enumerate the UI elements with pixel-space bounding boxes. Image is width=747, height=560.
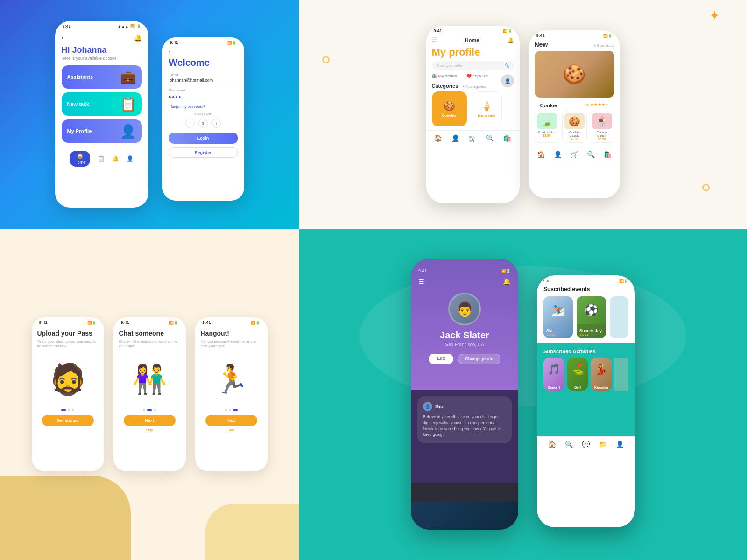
activity-concert[interactable]: 🎵 Concert — [543, 358, 564, 391]
task-figure: 📋 — [120, 97, 136, 112]
shop-count: + 9 products — [593, 43, 614, 48]
onboard3-title: Hangout! — [201, 329, 262, 337]
pnav-cart[interactable]: 🛒 — [469, 134, 477, 142]
tasks-icon: 📋 — [98, 155, 105, 162]
shop-pnav-home[interactable]: 🏠 — [537, 151, 545, 158]
main-app-phone: 9:41 ▲▲▲ 📶 🔋 ‹ 🔔 Hi Johanna Here is your… — [55, 21, 148, 208]
edit-button[interactable]: Edit — [429, 354, 453, 364]
enav-profile[interactable]: 👤 — [616, 441, 624, 448]
shop-pnav-search[interactable]: 🔍 — [587, 151, 595, 158]
password-field-container: Password •••• — [169, 88, 238, 101]
events-body: 9:41 📶🔋 Suscribed events ⛷️ Ski ★★★★ — [537, 275, 635, 527]
twitter-login-btn[interactable]: t — [211, 119, 221, 128]
pnav-user[interactable]: 👤 — [451, 134, 459, 142]
menu-card-profile[interactable]: My Profile 👤 — [62, 119, 142, 143]
soccer-label: Soccer day ★★★★ — [577, 327, 606, 338]
pnav-bag[interactable]: 🛍️ — [503, 134, 511, 142]
menu-card-task[interactable]: New task 📋 — [62, 92, 142, 116]
dark-bell-icon[interactable]: 🔔 — [503, 278, 511, 285]
enav-home[interactable]: 🏠 — [548, 441, 556, 448]
dark-avatar: 👨 — [448, 293, 481, 325]
nav-notifications[interactable]: 🔔 — [112, 155, 119, 162]
cat-ice-cream[interactable]: 🍦 Ice cream — [472, 91, 502, 126]
back-arrow-icon[interactable]: ‹ — [62, 35, 63, 41]
activities-title: Subscribed Activities — [543, 349, 628, 354]
enav-search[interactable]: 🔍 — [565, 441, 573, 448]
events-bottom-nav: 🏠 🔍 💬 📁 👤 — [537, 436, 635, 452]
product-price-mint: $3.99 — [537, 134, 557, 137]
status-bar: 9:41 ▲▲▲ 📶 🔋 — [55, 21, 148, 29]
concert-label: Concert — [543, 385, 564, 391]
tab-my-wish[interactable]: ❤️ My wish — [466, 74, 488, 78]
pnav-search[interactable]: 🔍 — [486, 134, 494, 142]
activity-golf[interactable]: ⛳ Golf — [567, 358, 588, 391]
shop-status-icons: 📶🔋 — [603, 34, 613, 38]
nav-tasks[interactable]: 📋 — [98, 155, 105, 162]
next-button-2[interactable]: Next — [124, 415, 176, 426]
onboard-phone-1: 9:41 📶🔋 Upload your Pass To start you mu… — [32, 317, 104, 471]
assistants-label: Assistants — [67, 74, 93, 80]
event-card-soccer[interactable]: ⚽ Soccer day ★★★★ — [577, 296, 606, 338]
wish-label: My wish — [473, 74, 488, 78]
profile-bell-icon[interactable]: 🔔 — [507, 37, 514, 43]
product-cookie-mint[interactable]: 🍃 Cookie Mint $3.99 — [535, 111, 559, 143]
kizomba-label: Kizomba — [591, 385, 612, 391]
facebook-login-btn[interactable]: f — [185, 119, 195, 128]
nav-home[interactable]: 🏠 Home — [70, 151, 90, 167]
tab-my-orders[interactable]: 🛍️ My orders — [432, 74, 457, 78]
onboard-phone-3: 9:41 📶🔋 Hangout! You can personally meet… — [195, 317, 268, 471]
dot-3c — [233, 409, 238, 411]
icecream-label: Ice cream — [478, 113, 495, 118]
login-phone-body: ‹ Welcome Email johannah@hotmail.com Pas… — [162, 46, 244, 161]
login-back-arrow[interactable]: ‹ — [169, 49, 238, 55]
bell-icon[interactable]: 🔔 — [134, 34, 142, 42]
soccer-image: ⚽ — [577, 296, 606, 324]
onboard1-time: 9:41 — [39, 320, 48, 325]
ski-label: Ski ★★★★ — [543, 327, 573, 338]
product-cookie-cream[interactable]: 🍨 Cookie cream $5.99 — [590, 111, 614, 143]
nav-profile-bottom[interactable]: 👤 — [127, 155, 134, 162]
register-button[interactable]: Register — [169, 147, 238, 158]
onboard2-time: 9:41 — [121, 320, 129, 325]
password-dots[interactable]: •••• — [169, 93, 238, 101]
nav-home-label: Home — [74, 160, 85, 165]
cat-cookies[interactable]: 🍪 Cookies — [432, 91, 467, 126]
enav-chat[interactable]: 💬 — [582, 441, 590, 448]
onboard1-status: 9:41 📶🔋 — [32, 317, 104, 326]
forgot-password-link[interactable]: I forgot my password? — [169, 105, 238, 109]
shop-pnav-bag[interactable]: 🛍️ — [604, 151, 612, 158]
enav-folder[interactable]: 📁 — [599, 441, 607, 448]
onboard3-body: Hangout! You can personally meet the per… — [195, 326, 268, 436]
menu-card-assistants[interactable]: Assistants 💼 — [62, 65, 142, 89]
shop-pnav-user[interactable]: 👤 — [554, 151, 562, 158]
onboard2-subtitle: Chat with the people you want, during yo… — [119, 339, 180, 349]
rating-value: 4/5 — [584, 103, 589, 107]
shop-pnav-cart[interactable]: 🛒 — [570, 151, 578, 158]
ski-image: ⛷️ — [543, 296, 573, 324]
onboard-phone-2: 9:41 📶🔋 Chat someone Chat with the peopl… — [113, 317, 186, 471]
product-name-mint: Cookie Mint — [537, 131, 557, 134]
google-login-btn[interactable]: G — [198, 119, 208, 128]
profile-phone: 9:41 📶🔋 ☰ Home 🔔 My profile 👤 Track your… — [426, 26, 520, 203]
hamburger-icon[interactable]: ☰ — [432, 37, 437, 43]
change-photo-button[interactable]: Change photo — [458, 354, 500, 364]
bottom-right-section: 9:41 📶🔋 ☰ 🔔 👨 Jack Slater San Francisco,… — [299, 229, 747, 560]
next-button-3[interactable]: Next — [205, 415, 257, 426]
dark-menu-icon[interactable]: ☰ — [418, 278, 424, 285]
activity-kizomba[interactable]: 💃 Kizomba — [591, 358, 612, 391]
white-curve-deco — [359, 266, 686, 406]
event-card-ski[interactable]: ⛷️ Ski ★★★★ — [543, 296, 573, 338]
skip-link-3[interactable]: Skip — [201, 428, 262, 432]
order-search-bar[interactable]: Track your order 🔍 — [432, 61, 514, 70]
main-phone-header: ‹ 🔔 — [62, 34, 142, 42]
login-button[interactable]: Login — [169, 133, 238, 144]
pnav-home[interactable]: 🏠 — [434, 134, 442, 142]
get-started-button[interactable]: Get started — [42, 415, 94, 426]
bio-header: 👤 Bio — [423, 402, 506, 411]
bio-avatar-sm: 👤 — [423, 402, 432, 411]
skip-link-2[interactable]: Skip — [119, 428, 180, 432]
email-value[interactable]: johannah@hotmail.com — [169, 78, 238, 84]
top-left-section: 9:41 ▲▲▲ 📶 🔋 ‹ 🔔 Hi Johanna Here is your… — [0, 0, 299, 229]
product-thumb-classic: 🍪 — [564, 113, 585, 129]
product-cookie-classic[interactable]: 🍪 Cookie classic $1.99 — [562, 111, 587, 143]
